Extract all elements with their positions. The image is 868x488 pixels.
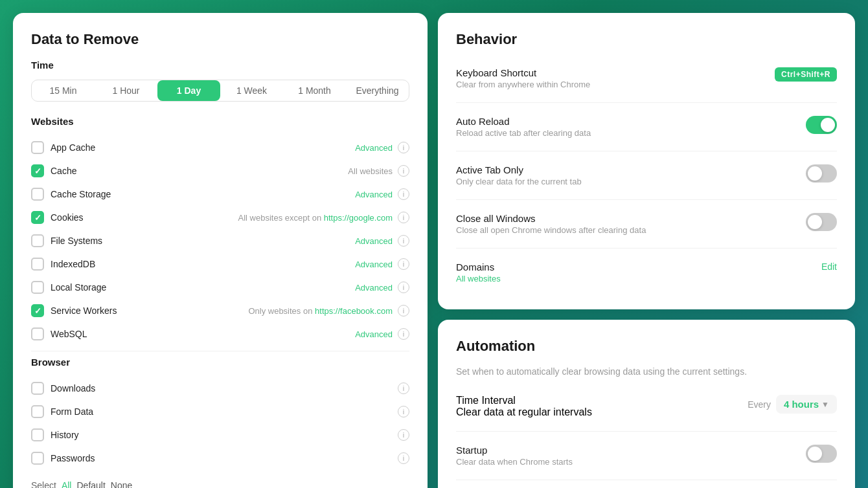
websites-label: Websites <box>31 116 409 127</box>
form-data-checkbox[interactable] <box>31 405 44 418</box>
service-workers-info-icon[interactable]: i <box>398 305 409 316</box>
domains-row: Domains All websites Edit <box>456 254 837 291</box>
list-item: Local Storage Advanced i <box>31 276 409 299</box>
service-workers-label: Service Workers <box>51 305 154 316</box>
browser-label: Browser <box>31 357 409 368</box>
downloads-info-icon[interactable]: i <box>398 383 409 394</box>
cache-storage-checkbox[interactable] <box>31 188 44 201</box>
domains-edit-link[interactable]: Edit <box>821 261 837 272</box>
time-section: Time 15 Min 1 Hour 1 Day 1 Week 1 Month … <box>31 60 409 102</box>
close-windows-desc: Close all open Chrome windows after clea… <box>456 225 795 235</box>
idle-row: Idle Clear data when computer is inactiv… <box>456 485 837 488</box>
local-storage-info-icon[interactable]: i <box>398 282 409 293</box>
list-item: App Cache Advanced i <box>31 136 409 159</box>
time-option-15min[interactable]: 15 Min <box>32 80 95 101</box>
time-label: Time <box>31 60 409 71</box>
time-option-1month[interactable]: 1 Month <box>283 80 346 101</box>
service-workers-tag: Only websites on https://facebook.com <box>248 306 393 316</box>
auto-reload-title: Auto Reload <box>456 116 795 127</box>
list-item: Service Workers Only websites on https:/… <box>31 299 409 322</box>
websites-section: Websites App Cache Advanced i Cache All … <box>31 116 409 346</box>
behavior-panel: Behavior Keyboard Shortcut Clear from an… <box>438 13 855 309</box>
indexeddb-info-icon[interactable]: i <box>398 258 409 270</box>
active-tab-toggle[interactable] <box>806 164 837 183</box>
file-systems-tag: Advanced <box>355 236 393 246</box>
local-storage-checkbox[interactable] <box>31 281 44 294</box>
passwords-info-icon[interactable]: i <box>398 452 409 464</box>
file-systems-label: File Systems <box>51 236 154 246</box>
chevron-down-icon: ▼ <box>821 400 829 409</box>
time-option-1hour[interactable]: 1 Hour <box>95 80 157 101</box>
auto-reload-row: Auto Reload Reload active tab after clea… <box>456 108 837 146</box>
list-item: Passwords i <box>31 447 409 470</box>
domains-sub: All websites <box>456 274 821 283</box>
keyboard-shortcut-row: Keyboard Shortcut Clear from anywhere wi… <box>456 60 837 97</box>
startup-toggle[interactable] <box>806 445 837 463</box>
cookies-label: Cookies <box>51 212 154 223</box>
websql-tag: Advanced <box>355 329 393 339</box>
auto-reload-toggle[interactable] <box>806 116 837 134</box>
auto-reload-desc: Reload active tab after clearing data <box>456 128 795 138</box>
right-panels: Behavior Keyboard Shortcut Clear from an… <box>438 13 855 488</box>
cookies-tag: All websites except on https://google.co… <box>238 213 393 223</box>
select-none-link[interactable]: None <box>111 480 132 488</box>
indexeddb-tag: Advanced <box>355 260 393 269</box>
time-option-1week[interactable]: 1 Week <box>220 80 283 101</box>
select-all-link[interactable]: All <box>62 480 72 488</box>
app-cache-tag: Advanced <box>355 143 393 153</box>
list-item: History i <box>31 423 409 447</box>
downloads-checkbox[interactable] <box>31 382 44 395</box>
startup-desc: Clear data when Chrome starts <box>456 457 795 467</box>
browser-section: Browser Downloads i Form Data i History <box>31 357 409 470</box>
app-cache-checkbox[interactable] <box>31 141 44 154</box>
interval-value: 4 hours <box>784 399 819 410</box>
active-tab-title: Active Tab Only <box>456 164 795 175</box>
startup-row: Startup Clear data when Chrome starts <box>456 437 837 474</box>
automation-panel: Automation Set when to automatically cle… <box>438 320 855 488</box>
service-workers-checkbox[interactable] <box>31 304 44 317</box>
time-interval-row: Time Interval Clear data at regular inte… <box>456 387 837 426</box>
app-cache-info-icon[interactable]: i <box>398 142 409 153</box>
form-data-label: Form Data <box>51 406 154 417</box>
keyboard-shortcut-badge: Ctrl+Shift+R <box>775 67 837 82</box>
time-option-everything[interactable]: Everything <box>346 80 409 101</box>
list-item: Cache All websites i <box>31 159 409 183</box>
list-item: IndexedDB Advanced i <box>31 252 409 276</box>
select-default-link[interactable]: Default <box>76 480 105 488</box>
keyboard-shortcut-title: Keyboard Shortcut <box>456 67 764 78</box>
file-systems-checkbox[interactable] <box>31 234 44 247</box>
cookies-info-icon[interactable]: i <box>398 212 409 223</box>
time-interval-title: Time Interval <box>456 395 748 406</box>
websql-label: WebSQL <box>51 329 154 339</box>
indexeddb-checkbox[interactable] <box>31 258 44 271</box>
app-cache-label: App Cache <box>51 142 154 153</box>
cookies-checkbox[interactable] <box>31 211 44 224</box>
time-selector: 15 Min 1 Hour 1 Day 1 Week 1 Month Every… <box>31 80 409 102</box>
close-windows-row: Close all Windows Close all open Chrome … <box>456 205 837 243</box>
close-windows-title: Close all Windows <box>456 213 795 224</box>
time-interval-desc: Clear data at regular intervals <box>456 406 748 418</box>
list-item: Form Data i <box>31 400 409 423</box>
form-data-info-icon[interactable]: i <box>398 406 409 417</box>
websql-checkbox[interactable] <box>31 327 44 340</box>
file-systems-info-icon[interactable]: i <box>398 235 409 247</box>
passwords-checkbox[interactable] <box>31 452 44 465</box>
cache-storage-info-icon[interactable]: i <box>398 188 409 200</box>
interval-select[interactable]: 4 hours ▼ <box>776 395 837 414</box>
domains-title: Domains <box>456 261 821 272</box>
downloads-label: Downloads <box>51 383 154 394</box>
cache-checkbox[interactable] <box>31 164 44 177</box>
websql-info-icon[interactable]: i <box>398 328 409 340</box>
interval-control: Every 4 hours ▼ <box>748 395 837 414</box>
list-item: Cache Storage Advanced i <box>31 183 409 206</box>
indexeddb-label: IndexedDB <box>51 259 154 269</box>
behavior-title: Behavior <box>456 31 837 48</box>
time-option-1day[interactable]: 1 Day <box>157 80 220 101</box>
keyboard-shortcut-desc: Clear from anywhere within Chrome <box>456 80 764 89</box>
automation-title: Automation <box>456 338 837 355</box>
local-storage-label: Local Storage <box>51 282 154 293</box>
history-info-icon[interactable]: i <box>398 429 409 441</box>
cache-info-icon[interactable]: i <box>398 165 409 177</box>
close-windows-toggle[interactable] <box>806 213 837 231</box>
history-checkbox[interactable] <box>31 428 44 441</box>
